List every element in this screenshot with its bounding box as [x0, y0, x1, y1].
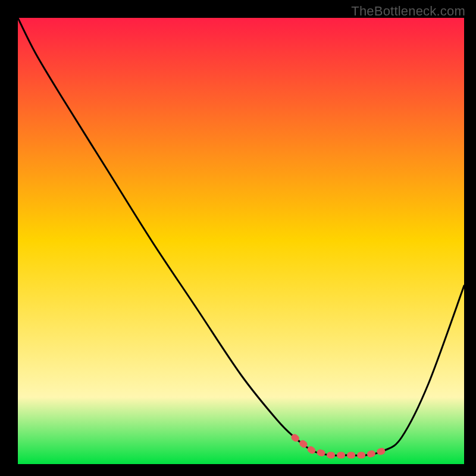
plot-area	[18, 18, 464, 464]
gradient-background	[18, 18, 464, 464]
watermark-text: TheBottleneck.com	[351, 4, 465, 19]
chart-frame: TheBottleneck.com	[0, 0, 476, 476]
plot-svg	[18, 18, 464, 464]
